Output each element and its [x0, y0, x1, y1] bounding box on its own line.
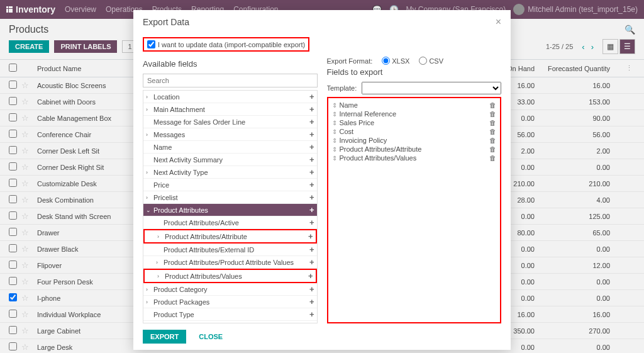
trash-icon[interactable]: 🗑: [489, 137, 496, 144]
drag-icon[interactable]: ⇕: [332, 102, 337, 109]
available-field[interactable]: ›Product Attributes/Attribute+: [143, 229, 317, 244]
available-field[interactable]: Message for Sales Order Line+: [143, 116, 317, 128]
compat-checkbox[interactable]: [147, 40, 155, 48]
chevron-icon: ›: [146, 286, 153, 293]
available-field[interactable]: ›Location+: [143, 91, 317, 103]
available-field[interactable]: ›Production Location+: [143, 321, 317, 323]
export-field-label: Sales Price: [340, 119, 490, 126]
trash-icon[interactable]: 🗑: [489, 154, 496, 162]
available-field[interactable]: ›Next Activity Type+: [143, 166, 317, 179]
trash-icon[interactable]: 🗑: [489, 128, 496, 135]
available-fields-title: Available fields: [143, 57, 318, 71]
field-label: Product Attributes/Values: [165, 272, 308, 280]
export-field-label: Name: [340, 101, 490, 109]
chevron-icon: ⌄: [146, 207, 153, 213]
export-modal: Export Data × I want to update data (imp…: [133, 10, 511, 350]
available-field[interactable]: Next Activity Summary+: [143, 154, 317, 166]
add-field-icon[interactable]: +: [309, 142, 314, 152]
available-field[interactable]: Product Attributes/External ID+: [143, 244, 317, 256]
field-label: Product Category: [153, 286, 309, 293]
available-field[interactable]: Product Attributes/Active+: [143, 216, 317, 229]
available-field[interactable]: Product Type+: [143, 308, 317, 321]
available-field[interactable]: Price+: [143, 179, 317, 191]
modal-title: Export Data: [143, 17, 189, 27]
export-field[interactable]: ⇕Cost🗑: [331, 127, 498, 136]
fields-to-export-title: Fields to export: [327, 65, 502, 79]
add-field-icon[interactable]: +: [309, 193, 314, 202]
trash-icon[interactable]: 🗑: [489, 110, 496, 118]
drag-icon[interactable]: ⇕: [332, 128, 337, 135]
drag-icon[interactable]: ⇕: [332, 120, 337, 126]
field-label: Product Packages: [153, 298, 309, 306]
add-field-icon[interactable]: +: [309, 310, 314, 319]
add-field-icon[interactable]: +: [309, 284, 314, 294]
drag-icon[interactable]: ⇕: [332, 111, 337, 118]
export-field[interactable]: ⇕Product Attributes/Attribute🗑: [331, 145, 498, 154]
chevron-icon: ›: [146, 194, 153, 201]
available-field[interactable]: ›Product Category+: [143, 283, 317, 296]
compat-checkbox-label[interactable]: I want to update data (import-compatible…: [147, 40, 305, 48]
available-field[interactable]: ›Product Attributes/Product Attribute Va…: [143, 256, 317, 269]
export-field-label: Cost: [340, 128, 490, 135]
export-field-label: Invoicing Policy: [340, 137, 490, 144]
add-field-icon[interactable]: +: [309, 117, 314, 126]
available-fields-list[interactable]: ›Location+›Main Attachment+Message for S…: [143, 90, 318, 323]
chevron-icon: ›: [146, 132, 153, 138]
add-field-icon[interactable]: +: [308, 232, 313, 241]
drag-icon[interactable]: ⇕: [332, 137, 337, 144]
export-button[interactable]: EXPORT: [143, 330, 186, 344]
chevron-icon: ›: [157, 233, 165, 240]
field-label: Product Attributes/Product Attribute Val…: [164, 259, 309, 266]
available-field[interactable]: ›Main Attachment+: [143, 103, 317, 116]
field-label: Name: [153, 143, 309, 151]
csv-option[interactable]: CSV: [419, 57, 443, 65]
add-field-icon[interactable]: +: [309, 257, 314, 267]
add-field-icon[interactable]: +: [309, 104, 314, 114]
field-label: Messages: [153, 131, 309, 138]
csv-radio[interactable]: [419, 57, 427, 65]
add-field-icon[interactable]: +: [309, 205, 314, 215]
add-field-icon[interactable]: +: [309, 297, 314, 306]
chevron-icon: ›: [146, 299, 153, 305]
available-field[interactable]: ›Messages+: [143, 128, 317, 141]
available-field[interactable]: ›Product Packages+: [143, 296, 317, 308]
close-icon[interactable]: ×: [496, 16, 501, 28]
add-field-icon[interactable]: +: [309, 92, 314, 101]
field-label: Product Attributes/Active: [164, 219, 309, 227]
chevron-icon: ›: [146, 169, 153, 176]
available-field[interactable]: ⌄Product Attributes+: [143, 204, 317, 216]
add-field-icon[interactable]: +: [309, 155, 314, 164]
xlsx-radio[interactable]: [382, 57, 390, 65]
drag-icon[interactable]: ⇕: [332, 155, 337, 162]
xlsx-option[interactable]: XLSX: [382, 57, 409, 65]
export-fields-list[interactable]: ⇕Name🗑⇕Internal Reference🗑⇕Sales Price🗑⇕…: [327, 97, 502, 323]
trash-icon[interactable]: 🗑: [489, 145, 496, 153]
add-field-icon[interactable]: +: [309, 180, 314, 189]
search-input[interactable]: [143, 74, 318, 87]
export-field[interactable]: ⇕Product Attributes/Values🗑: [331, 154, 498, 162]
add-field-icon[interactable]: +: [309, 218, 314, 227]
add-field-icon[interactable]: +: [309, 167, 314, 177]
trash-icon[interactable]: 🗑: [489, 119, 496, 126]
add-field-icon[interactable]: +: [309, 130, 314, 139]
field-label: Next Activity Type: [153, 169, 309, 176]
drag-icon[interactable]: ⇕: [332, 146, 337, 153]
close-button[interactable]: CLOSE: [191, 330, 230, 344]
export-field[interactable]: ⇕Internal Reference🗑: [331, 109, 498, 118]
available-field[interactable]: ›Product Attributes/Values+: [143, 269, 317, 283]
export-field-label: Product Attributes/Values: [340, 154, 490, 162]
field-label: Main Attachment: [153, 106, 309, 113]
trash-icon[interactable]: 🗑: [489, 101, 496, 109]
export-field[interactable]: ⇕Invoicing Policy🗑: [331, 136, 498, 145]
add-field-icon[interactable]: +: [309, 245, 314, 254]
available-field[interactable]: ›Pricelist+: [143, 191, 317, 204]
template-select[interactable]: [362, 82, 501, 94]
export-field[interactable]: ⇕Name🗑: [331, 101, 498, 109]
field-label: Price: [153, 181, 309, 189]
available-field[interactable]: Name+: [143, 141, 317, 154]
chevron-icon: ›: [146, 94, 153, 100]
add-field-icon[interactable]: +: [308, 271, 313, 281]
export-field[interactable]: ⇕Sales Price🗑: [331, 118, 498, 127]
add-field-icon[interactable]: +: [309, 322, 314, 323]
chevron-icon: ›: [157, 273, 165, 279]
